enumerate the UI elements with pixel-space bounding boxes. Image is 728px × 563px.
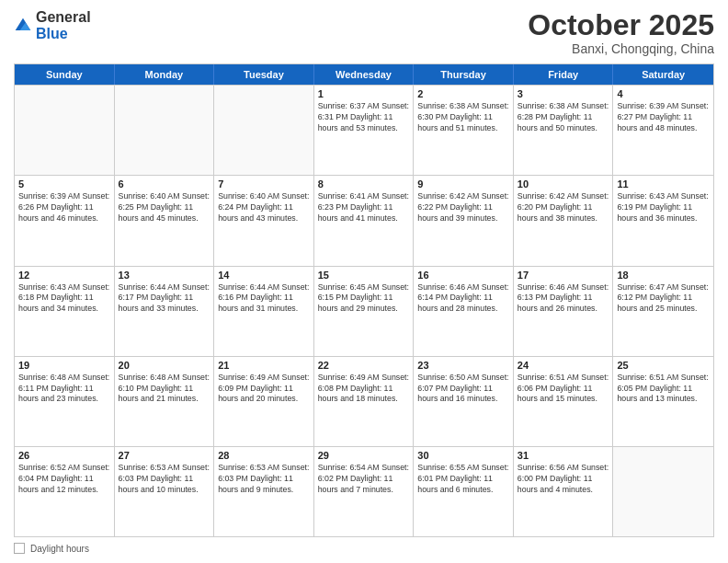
day-info: Sunrise: 6:45 AM Sunset: 6:15 PM Dayligh… [318, 282, 410, 316]
day-info: Sunrise: 6:40 AM Sunset: 6:25 PM Dayligh… [119, 191, 210, 224]
day-number: 2 [417, 88, 509, 99]
title-block: October 2025 Banxi, Chongqing, China [528, 9, 714, 56]
day-cell-27: 27Sunrise: 6:53 AM Sunset: 6:03 PM Dayli… [115, 447, 215, 536]
location: Banxi, Chongqing, China [528, 41, 714, 56]
footer-label: Daylight hours [30, 544, 89, 554]
week-row-1: 5Sunrise: 6:39 AM Sunset: 6:26 PM Daylig… [15, 175, 713, 265]
month-title: October 2025 [528, 9, 714, 41]
day-cell-19: 19Sunrise: 6:48 AM Sunset: 6:11 PM Dayli… [15, 357, 115, 446]
day-number: 24 [518, 360, 609, 371]
day-cell-12: 12Sunrise: 6:43 AM Sunset: 6:18 PM Dayli… [15, 267, 115, 356]
empty-cell [115, 86, 215, 175]
day-info: Sunrise: 6:49 AM Sunset: 6:09 PM Dayligh… [218, 373, 310, 406]
day-number: 26 [18, 450, 110, 461]
day-cell-25: 25Sunrise: 6:51 AM Sunset: 6:05 PM Dayli… [613, 357, 713, 446]
day-info: Sunrise: 6:44 AM Sunset: 6:16 PM Dayligh… [218, 282, 310, 316]
day-number: 27 [119, 450, 210, 461]
day-number: 22 [318, 360, 410, 371]
day-cell-21: 21Sunrise: 6:49 AM Sunset: 6:09 PM Dayli… [214, 357, 314, 446]
day-number: 9 [417, 178, 509, 190]
day-number: 12 [18, 270, 110, 281]
day-cell-9: 9Sunrise: 6:42 AM Sunset: 6:22 PM Daylig… [414, 176, 514, 265]
day-info: Sunrise: 6:43 AM Sunset: 6:18 PM Dayligh… [18, 282, 110, 316]
empty-cell [214, 86, 314, 175]
day-cell-24: 24Sunrise: 6:51 AM Sunset: 6:06 PM Dayli… [514, 357, 614, 446]
day-number: 29 [318, 450, 410, 461]
day-info: Sunrise: 6:42 AM Sunset: 6:22 PM Dayligh… [417, 191, 509, 224]
day-number: 28 [218, 450, 310, 461]
calendar: SundayMondayTuesdayWednesdayThursdayFrid… [14, 63, 714, 537]
day-cell-30: 30Sunrise: 6:55 AM Sunset: 6:01 PM Dayli… [414, 447, 514, 536]
week-row-0: 1Sunrise: 6:37 AM Sunset: 6:31 PM Daylig… [15, 85, 713, 175]
week-row-2: 12Sunrise: 6:43 AM Sunset: 6:18 PM Dayli… [15, 266, 713, 356]
day-info: Sunrise: 6:46 AM Sunset: 6:13 PM Dayligh… [518, 282, 609, 316]
day-number: 6 [119, 178, 210, 190]
day-cell-5: 5Sunrise: 6:39 AM Sunset: 6:26 PM Daylig… [15, 176, 115, 265]
header-day-wednesday: Wednesday [314, 64, 415, 85]
day-cell-2: 2Sunrise: 6:38 AM Sunset: 6:30 PM Daylig… [414, 86, 514, 175]
day-info: Sunrise: 6:43 AM Sunset: 6:19 PM Dayligh… [617, 191, 710, 224]
day-cell-22: 22Sunrise: 6:49 AM Sunset: 6:08 PM Dayli… [314, 357, 415, 446]
day-number: 25 [617, 360, 710, 371]
day-info: Sunrise: 6:54 AM Sunset: 6:02 PM Dayligh… [318, 463, 410, 496]
logo-general-text: General [36, 9, 91, 25]
day-cell-13: 13Sunrise: 6:44 AM Sunset: 6:17 PM Dayli… [115, 267, 215, 356]
day-info: Sunrise: 6:48 AM Sunset: 6:11 PM Dayligh… [18, 373, 110, 406]
logo-icon [14, 17, 32, 35]
day-info: Sunrise: 6:42 AM Sunset: 6:20 PM Dayligh… [518, 191, 609, 224]
week-row-3: 19Sunrise: 6:48 AM Sunset: 6:11 PM Dayli… [15, 356, 713, 446]
day-number: 1 [318, 88, 410, 99]
day-number: 21 [218, 360, 310, 371]
header-day-tuesday: Tuesday [214, 64, 314, 85]
day-number: 8 [318, 178, 410, 190]
day-number: 10 [518, 178, 609, 190]
day-cell-14: 14Sunrise: 6:44 AM Sunset: 6:16 PM Dayli… [214, 267, 314, 356]
day-number: 3 [518, 88, 609, 99]
day-cell-4: 4Sunrise: 6:39 AM Sunset: 6:27 PM Daylig… [613, 86, 713, 175]
day-info: Sunrise: 6:37 AM Sunset: 6:31 PM Dayligh… [318, 101, 410, 134]
day-number: 14 [218, 270, 310, 281]
empty-cell [15, 86, 115, 175]
logo-blue-text: Blue [36, 26, 68, 41]
day-number: 4 [617, 88, 710, 99]
day-info: Sunrise: 6:53 AM Sunset: 6:03 PM Dayligh… [218, 463, 310, 496]
day-info: Sunrise: 6:38 AM Sunset: 6:28 PM Dayligh… [518, 101, 609, 134]
day-info: Sunrise: 6:47 AM Sunset: 6:12 PM Dayligh… [617, 282, 710, 316]
page: General Blue October 2025 Banxi, Chongqi… [0, 0, 728, 563]
day-cell-16: 16Sunrise: 6:46 AM Sunset: 6:14 PM Dayli… [414, 267, 514, 356]
day-info: Sunrise: 6:48 AM Sunset: 6:10 PM Dayligh… [119, 373, 210, 406]
day-cell-7: 7Sunrise: 6:40 AM Sunset: 6:24 PM Daylig… [214, 176, 314, 265]
day-cell-8: 8Sunrise: 6:41 AM Sunset: 6:23 PM Daylig… [314, 176, 415, 265]
day-cell-11: 11Sunrise: 6:43 AM Sunset: 6:19 PM Dayli… [613, 176, 713, 265]
day-cell-29: 29Sunrise: 6:54 AM Sunset: 6:02 PM Dayli… [314, 447, 415, 536]
day-cell-17: 17Sunrise: 6:46 AM Sunset: 6:13 PM Dayli… [514, 267, 614, 356]
day-info: Sunrise: 6:52 AM Sunset: 6:04 PM Dayligh… [18, 463, 110, 496]
day-number: 5 [18, 178, 110, 190]
day-info: Sunrise: 6:39 AM Sunset: 6:27 PM Dayligh… [617, 101, 710, 134]
day-number: 13 [119, 270, 210, 281]
day-number: 30 [417, 450, 509, 461]
header: General Blue October 2025 Banxi, Chongqi… [14, 9, 714, 56]
day-info: Sunrise: 6:46 AM Sunset: 6:14 PM Dayligh… [417, 282, 509, 316]
day-number: 15 [318, 270, 410, 281]
header-day-sunday: Sunday [15, 64, 115, 85]
day-number: 17 [518, 270, 609, 281]
footer-box [14, 543, 25, 554]
day-number: 23 [417, 360, 509, 371]
day-number: 11 [617, 178, 710, 190]
day-cell-15: 15Sunrise: 6:45 AM Sunset: 6:15 PM Dayli… [314, 267, 415, 356]
header-day-monday: Monday [115, 64, 215, 85]
day-cell-28: 28Sunrise: 6:53 AM Sunset: 6:03 PM Dayli… [214, 447, 314, 536]
day-info: Sunrise: 6:51 AM Sunset: 6:05 PM Dayligh… [617, 373, 710, 406]
day-number: 31 [518, 450, 609, 461]
day-number: 7 [218, 178, 310, 190]
day-cell-10: 10Sunrise: 6:42 AM Sunset: 6:20 PM Dayli… [514, 176, 614, 265]
day-cell-18: 18Sunrise: 6:47 AM Sunset: 6:12 PM Dayli… [613, 267, 713, 356]
day-info: Sunrise: 6:39 AM Sunset: 6:26 PM Dayligh… [18, 191, 110, 224]
logo: General Blue [14, 9, 91, 41]
calendar-body: 1Sunrise: 6:37 AM Sunset: 6:31 PM Daylig… [15, 85, 713, 536]
day-info: Sunrise: 6:38 AM Sunset: 6:30 PM Dayligh… [417, 101, 509, 134]
day-info: Sunrise: 6:51 AM Sunset: 6:06 PM Dayligh… [518, 373, 609, 406]
day-number: 20 [119, 360, 210, 371]
empty-cell [613, 447, 713, 536]
